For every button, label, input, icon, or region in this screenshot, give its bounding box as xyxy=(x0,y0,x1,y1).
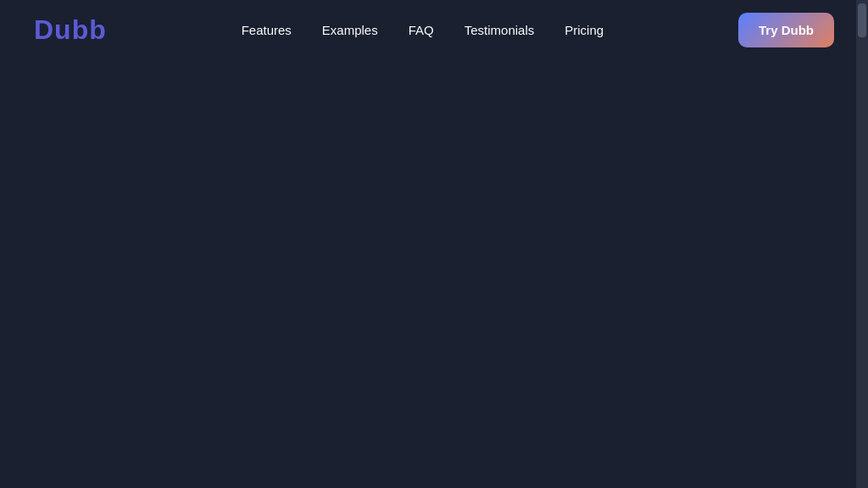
nav-examples[interactable]: Examples xyxy=(322,23,378,37)
try-dubb-button[interactable]: Try Dubb xyxy=(738,13,834,47)
main-content xyxy=(0,59,868,488)
logo[interactable]: Dubb xyxy=(34,14,107,46)
main-nav: Features Examples FAQ Testimonials Prici… xyxy=(242,23,604,37)
nav-pricing[interactable]: Pricing xyxy=(565,23,604,37)
scrollbar[interactable] xyxy=(856,0,868,488)
scrollbar-thumb[interactable] xyxy=(858,3,866,37)
nav-faq[interactable]: FAQ xyxy=(409,23,434,37)
nav-features[interactable]: Features xyxy=(242,23,292,37)
nav-testimonials[interactable]: Testimonials xyxy=(465,23,535,37)
header: Dubb Features Examples FAQ Testimonials … xyxy=(0,0,868,59)
